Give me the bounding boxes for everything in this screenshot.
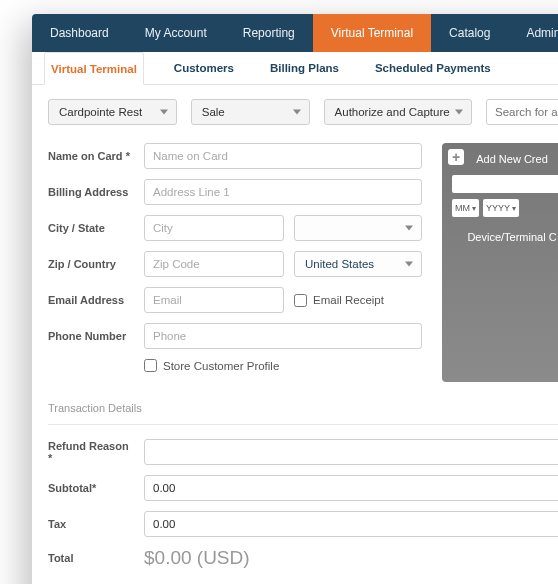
- zipcountry-label: Zip / Country: [48, 258, 134, 270]
- citystate-label: City / State: [48, 222, 134, 234]
- tax-label: Tax: [48, 518, 134, 530]
- state-select[interactable]: [294, 215, 422, 241]
- phone-label: Phone Number: [48, 330, 134, 342]
- store-profile-label: Store Customer Profile: [163, 360, 279, 372]
- card-exp-year-label: YYYY: [486, 203, 510, 213]
- name-input[interactable]: [144, 143, 422, 169]
- nav-administration[interactable]: Administration: [508, 14, 558, 52]
- billing-label: Billing Address: [48, 186, 134, 198]
- txn-type-select[interactable]: Sale: [191, 99, 310, 125]
- store-profile-checkbox[interactable]: Store Customer Profile: [144, 359, 279, 372]
- total-label: Total: [48, 552, 134, 564]
- merchant-select[interactable]: Cardpointe Rest: [48, 99, 177, 125]
- plus-icon[interactable]: +: [448, 149, 464, 165]
- add-card-widget: + Add New Cred MM▾ YYYY▾ Device/Terminal…: [442, 143, 558, 382]
- chevron-updown-icon: ▾: [472, 204, 476, 213]
- store-profile-checkbox-input[interactable]: [144, 359, 157, 372]
- refund-reason-input[interactable]: [144, 439, 558, 465]
- email-receipt-checkbox-input[interactable]: [294, 294, 307, 307]
- card-number-input[interactable]: [452, 175, 558, 193]
- subtotal-input[interactable]: [144, 475, 558, 501]
- refund-reason-label: Refund Reason *: [48, 440, 134, 464]
- name-label: Name on Card *: [48, 150, 134, 162]
- section-divider: [48, 424, 558, 425]
- total-value: $0.00 (USD): [144, 547, 250, 569]
- nav-my-account[interactable]: My Account: [127, 14, 225, 52]
- device-terminal-label: Device/Terminal C: [452, 231, 558, 243]
- transaction-details-heading: Transaction Details: [48, 402, 558, 414]
- nav-reporting[interactable]: Reporting: [225, 14, 313, 52]
- tab-scheduled-payments[interactable]: Scheduled Payments: [369, 52, 497, 84]
- tax-input[interactable]: [144, 511, 558, 537]
- zip-input[interactable]: [144, 251, 284, 277]
- card-exp-year-select[interactable]: YYYY▾: [483, 199, 519, 217]
- country-select[interactable]: United States: [294, 251, 422, 277]
- city-input[interactable]: [144, 215, 284, 241]
- email-label: Email Address: [48, 294, 134, 306]
- add-card-title: Add New Cred: [452, 153, 558, 165]
- email-receipt-checkbox[interactable]: Email Receipt: [294, 294, 384, 307]
- email-input[interactable]: [144, 287, 284, 313]
- address-line1-input[interactable]: [144, 179, 422, 205]
- subtotal-label: Subtotal*: [48, 482, 134, 494]
- customer-search-input[interactable]: [486, 99, 558, 125]
- chevron-updown-icon: ▾: [512, 204, 516, 213]
- tab-virtual-terminal[interactable]: Virtual Terminal: [44, 52, 144, 85]
- tab-billing-plans[interactable]: Billing Plans: [264, 52, 345, 84]
- phone-input[interactable]: [144, 323, 422, 349]
- nav-virtual-terminal[interactable]: Virtual Terminal: [313, 14, 431, 52]
- action-row: Cardpointe Rest Sale Authorize and Captu…: [48, 99, 558, 125]
- email-receipt-label: Email Receipt: [313, 294, 384, 306]
- card-exp-month-select[interactable]: MM▾: [452, 199, 479, 217]
- customer-form: Name on Card * Billing Address City / St…: [48, 143, 422, 382]
- nav-catalog[interactable]: Catalog: [431, 14, 508, 52]
- sub-tabs: Virtual Terminal Customers Billing Plans…: [32, 52, 558, 85]
- capture-mode-select[interactable]: Authorize and Capture: [324, 99, 472, 125]
- card-exp-month-label: MM: [455, 203, 470, 213]
- tab-customers[interactable]: Customers: [168, 52, 240, 84]
- nav-dashboard[interactable]: Dashboard: [32, 14, 127, 52]
- top-nav: Dashboard My Account Reporting Virtual T…: [32, 14, 558, 52]
